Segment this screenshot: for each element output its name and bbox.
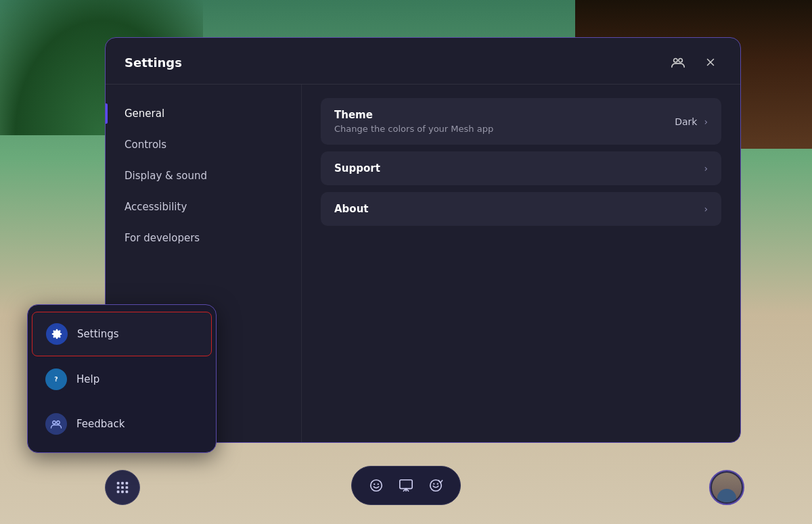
nav-item-controls[interactable]: Controls [106,129,301,160]
avatar-body [717,489,736,502]
help-menu-icon: ? [45,368,67,390]
svg-point-7 [57,421,60,425]
about-item[interactable]: About › [321,192,721,226]
settings-menu-icon [46,323,68,345]
support-item-left: Support [334,162,380,174]
svg-rect-20 [400,480,412,489]
people-share-icon [671,55,685,70]
reactions-button[interactable] [363,472,390,499]
nav-item-accessibility[interactable]: Accessibility [106,191,301,222]
share-button[interactable] [392,472,420,499]
svg-rect-9 [121,482,124,485]
help-icon: ? [51,374,62,385]
svg-point-0 [674,59,678,63]
menu-item-help[interactable]: ? Help [32,358,212,401]
share-screen-icon [399,478,413,493]
support-item[interactable]: Support › [321,151,721,185]
theme-item-right: Dark › [675,116,708,127]
support-item-right: › [704,163,708,174]
gear-icon [51,329,62,339]
support-chevron-icon: › [704,163,708,174]
menu-feedback-label: Feedback [76,418,125,430]
svg-rect-8 [117,482,120,485]
menu-settings-label: Settings [77,328,119,340]
about-chevron-icon: › [704,204,708,214]
context-menu: Settings ? Help Feedback [27,304,217,453]
nav-item-for-developers[interactable]: For developers [106,222,301,254]
about-item-left: About [334,203,369,215]
nav-item-display-sound[interactable]: Display & sound [106,160,301,191]
svg-point-17 [371,480,382,492]
share-icon-button[interactable] [667,51,689,73]
header-actions [667,51,721,73]
theme-chevron-icon: › [704,116,708,127]
theme-item[interactable]: Theme Change the colors of your Mesh app… [321,98,721,145]
svg-rect-12 [121,486,124,489]
menu-help-label: Help [76,373,99,385]
settings-header: Settings [106,38,740,85]
svg-rect-15 [121,491,124,494]
avatar-button[interactable] [709,470,744,505]
close-button[interactable] [700,51,721,73]
theme-subtitle: Change the colors of your Mesh app [334,124,493,134]
svg-rect-13 [126,486,129,489]
settings-content: Theme Change the colors of your Mesh app… [302,85,740,442]
feedback-icon [50,418,62,430]
feedback-menu-icon [45,413,67,435]
svg-point-6 [53,421,56,425]
support-title: Support [334,162,380,174]
about-title: About [334,203,369,215]
menu-item-settings[interactable]: Settings [32,312,212,356]
apps-button[interactable] [105,470,140,505]
chevron-small-icon [437,478,444,485]
about-item-right: › [704,204,708,214]
reactions-icon [369,478,384,493]
svg-text:?: ? [54,375,58,383]
svg-rect-14 [117,491,120,494]
emoji-button[interactable] [422,472,449,499]
theme-title: Theme [334,109,493,121]
apps-grid-icon [115,480,130,495]
theme-value: Dark [675,116,697,127]
nav-item-general[interactable]: General [106,98,301,129]
bottom-toolbar [351,466,461,505]
svg-rect-16 [126,491,129,494]
avatar-face [712,473,742,502]
settings-title: Settings [125,55,182,70]
svg-rect-10 [126,482,129,485]
menu-item-feedback[interactable]: Feedback [32,402,212,446]
theme-item-left: Theme Change the colors of your Mesh app [334,109,493,134]
close-icon [704,56,717,68]
svg-rect-11 [117,486,120,489]
svg-point-1 [679,59,683,63]
toolbar-pill [351,466,461,505]
